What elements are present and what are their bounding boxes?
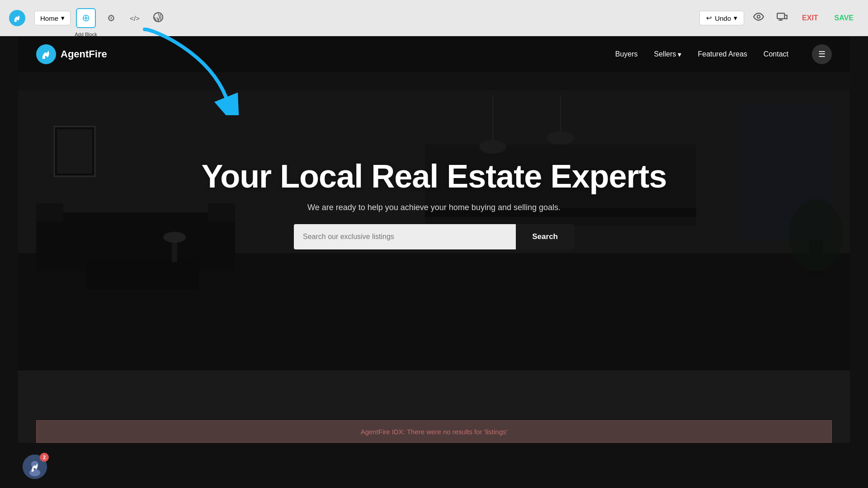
- nav-contact[interactable]: Contact: [764, 50, 788, 58]
- add-block-container: ⊕ Add Block: [76, 8, 96, 28]
- save-button[interactable]: SAVE: [829, 11, 859, 25]
- undo-button[interactable]: ↩ Undo ▾: [699, 11, 744, 25]
- wordpress-icon: [153, 12, 164, 25]
- add-block-label: Add Block: [75, 32, 97, 37]
- sellers-chevron-icon: ▾: [678, 50, 681, 59]
- eye-icon: [753, 11, 764, 25]
- save-label: SAVE: [835, 14, 854, 22]
- svg-point-2: [757, 15, 760, 19]
- exit-label: EXIT: [802, 14, 818, 22]
- idx-error-text: AgentFire IDX: There were no results for…: [361, 428, 508, 436]
- page-selector[interactable]: Home ▾: [34, 11, 71, 25]
- bottom-bar: [0, 443, 868, 488]
- site-logo: AgentFire: [36, 44, 107, 64]
- devices-button[interactable]: [773, 9, 791, 27]
- nav-links: Buyers Sellers ▾ Featured Areas Contact …: [615, 44, 832, 64]
- nav-sellers[interactable]: Sellers ▾: [654, 50, 682, 59]
- settings-button[interactable]: ⚙: [101, 8, 121, 28]
- settings-icon: ⚙: [107, 13, 115, 23]
- hero-section: AgentFire Buyers Sellers ▾ Featured Area…: [18, 36, 850, 371]
- chat-badge: 2: [40, 453, 49, 462]
- nav-hamburger-button[interactable]: ☰: [812, 44, 832, 64]
- toolbar-right: ↩ Undo ▾: [699, 9, 859, 27]
- code-icon: </>: [130, 14, 140, 22]
- editor-logo: [9, 10, 25, 26]
- hero-search-button[interactable]: Search: [516, 224, 574, 249]
- preview-button[interactable]: [750, 9, 768, 27]
- undo-icon: ↩: [706, 14, 712, 22]
- hero-subtitle: We are ready to help you achieve your ho…: [307, 203, 561, 212]
- sellers-label: Sellers: [654, 50, 676, 58]
- hero-title: Your Local Real Estate Experts: [201, 158, 666, 195]
- site-navigation: AgentFire Buyers Sellers ▾ Featured Area…: [18, 36, 850, 72]
- idx-error-banner: AgentFire IDX: There were no results for…: [36, 420, 832, 443]
- hero-search-bar: Search: [294, 224, 574, 249]
- hero-search-input[interactable]: [294, 224, 516, 249]
- hero-content: Your Local Real Estate Experts We are re…: [201, 158, 666, 249]
- chat-widget[interactable]: 2: [23, 455, 47, 479]
- devices-icon: [776, 11, 788, 25]
- nav-buyers[interactable]: Buyers: [615, 50, 638, 58]
- chevron-down-icon: ▾: [61, 14, 65, 22]
- website-preview: AgentFire Buyers Sellers ▾ Featured Area…: [18, 36, 850, 443]
- undo-label: Undo: [715, 14, 731, 22]
- undo-chevron-icon: ▾: [734, 14, 737, 22]
- svg-rect-3: [777, 13, 784, 19]
- nav-featured-areas[interactable]: Featured Areas: [698, 50, 747, 58]
- hamburger-icon: ☰: [818, 49, 826, 59]
- add-block-button[interactable]: ⊕ Add Block: [76, 8, 96, 28]
- exit-button[interactable]: EXIT: [797, 11, 824, 25]
- code-button[interactable]: </>: [125, 8, 145, 28]
- plus-icon: ⊕: [82, 12, 90, 24]
- site-logo-text: AgentFire: [61, 48, 107, 60]
- page-selector-label: Home: [40, 14, 58, 22]
- wordpress-button[interactable]: [148, 8, 168, 28]
- editor-toolbar: Home ▾ ⊕ Add Block ⚙ </> ↩ Undo ▾: [0, 0, 868, 36]
